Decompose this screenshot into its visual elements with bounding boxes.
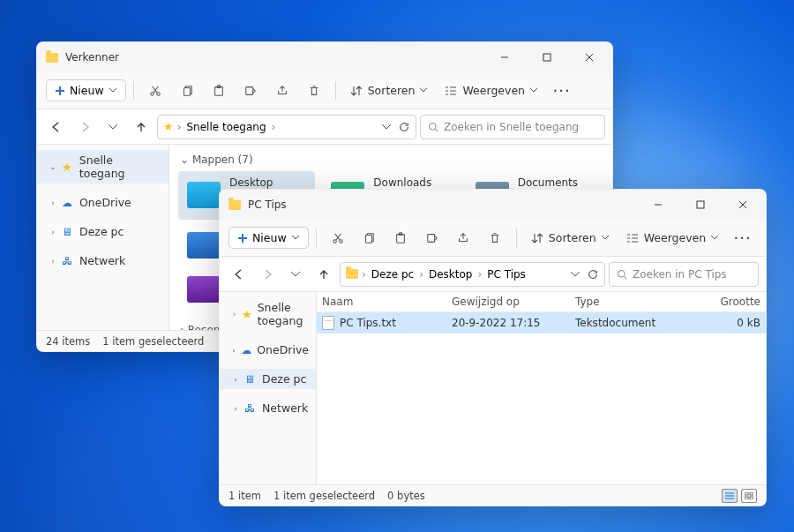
toolbar: Nieuw Sorteren Weergeven ··· [220, 220, 766, 257]
maximize-button[interactable] [683, 192, 718, 217]
back-button[interactable] [44, 115, 69, 139]
cut-button[interactable] [324, 225, 352, 251]
sidebar-item-snelle-toegang[interactable]: › ★ Snelle toegang [220, 297, 316, 331]
col-name[interactable]: Naam [322, 296, 452, 308]
sidebar-item-netwerk[interactable]: › 🖧 Netwerk [220, 398, 316, 418]
more-button[interactable]: ··· [729, 225, 757, 251]
svg-point-4 [150, 92, 154, 95]
sidebar-item-onedrive[interactable]: › ☁ OneDrive [220, 340, 316, 360]
text-file-icon [322, 316, 334, 330]
crumb-desktop[interactable]: Desktop [427, 268, 475, 281]
column-headers[interactable]: Naam Gewijzigd op Type Grootte [317, 292, 766, 312]
view-button[interactable]: Weergeven [619, 231, 726, 244]
folders-header[interactable]: ⌄ Mappen (7) [178, 150, 603, 171]
paste-button[interactable] [386, 225, 415, 251]
sidebar-item-netwerk[interactable]: › 🖧 Netwerk [37, 251, 169, 271]
crumb-deze-pc[interactable]: Deze pc [370, 268, 416, 281]
chevron-right-icon: › [232, 404, 239, 413]
status-items: 1 item [228, 490, 261, 502]
svg-rect-24 [745, 497, 748, 499]
copy-button[interactable] [355, 225, 383, 251]
svg-point-15 [333, 239, 336, 243]
table-row[interactable]: PC Tips.txt 20-9-2022 17:15 Tekstdocumen… [317, 312, 766, 333]
separator [133, 81, 134, 101]
new-button[interactable]: Nieuw [46, 79, 126, 101]
search-placeholder: Zoeken in Snelle toegang [444, 121, 579, 133]
sidebar-item-snelle-toegang[interactable]: ⌄ ★ Snelle toegang [37, 150, 169, 184]
share-button[interactable] [268, 78, 296, 104]
tile-name: Downloads [373, 176, 431, 189]
details-view-icon[interactable] [722, 489, 738, 503]
view-button[interactable]: Weergeven [438, 84, 544, 97]
close-button[interactable] [725, 192, 760, 217]
search-icon [617, 269, 627, 280]
chevron-right-icon: › [272, 121, 276, 133]
cut-button[interactable] [141, 78, 169, 104]
sidebar-item-deze-pc[interactable]: › 🖥 Deze pc [37, 221, 169, 242]
folder-icon [346, 269, 358, 279]
maximize-button[interactable] [529, 45, 565, 70]
sort-button[interactable]: Sorteren [524, 231, 616, 244]
new-button[interactable]: Nieuw [228, 227, 309, 249]
star-icon: ★ [242, 308, 252, 320]
svg-rect-9 [245, 86, 252, 94]
share-button[interactable] [449, 225, 477, 251]
refresh-icon[interactable] [587, 268, 599, 281]
paste-button[interactable] [205, 78, 233, 104]
search-input[interactable]: Zoeken in PC Tips [609, 262, 759, 287]
star-icon: ★ [163, 120, 174, 133]
svg-rect-1 [543, 54, 551, 61]
forward-button[interactable] [255, 262, 280, 287]
titlebar[interactable]: Verkenner [37, 42, 612, 72]
more-button[interactable]: ··· [548, 78, 576, 104]
view-toggle[interactable] [722, 489, 757, 503]
sidebar-item-label: OneDrive [79, 196, 131, 209]
up-button[interactable] [311, 262, 336, 287]
refresh-icon[interactable] [398, 121, 410, 133]
forward-button[interactable] [72, 115, 97, 139]
search-placeholder: Zoeken in PC Tips [633, 268, 727, 281]
rename-button[interactable] [236, 78, 265, 104]
chevron-down-icon [109, 88, 116, 93]
breadcrumb[interactable]: ★ › Snelle toegang › [157, 115, 416, 139]
minimize-button[interactable] [487, 45, 522, 70]
crumb-pc-tips[interactable]: PC Tips [485, 268, 528, 281]
cloud-icon: ☁ [241, 344, 251, 356]
up-button[interactable] [129, 115, 154, 139]
chevron-right-icon: › [419, 268, 423, 281]
folder-icon [187, 182, 221, 208]
icons-view-icon[interactable] [741, 489, 757, 503]
svg-point-5 [156, 92, 160, 95]
titlebar[interactable]: PC Tips [220, 190, 766, 220]
folder-icon [228, 200, 241, 210]
new-label: Nieuw [70, 84, 104, 97]
view-label: Weergeven [644, 231, 707, 244]
crumb-snelle-toegang[interactable]: Snelle toegang [184, 121, 267, 133]
close-button[interactable] [572, 45, 607, 70]
sort-button[interactable]: Sorteren [343, 84, 435, 97]
col-modified[interactable]: Gewijzigd op [452, 296, 575, 308]
sidebar-item-onedrive[interactable]: › ☁ OneDrive [37, 192, 169, 213]
col-size[interactable]: Grootte [690, 296, 760, 308]
chevron-right-icon: › [49, 257, 56, 266]
sidebar-item-deze-pc[interactable]: › 🖥 Deze pc [220, 369, 316, 389]
separator [316, 229, 317, 248]
recent-button[interactable] [101, 115, 125, 139]
chevron-down-icon[interactable] [571, 272, 580, 277]
search-icon [428, 122, 438, 132]
col-type[interactable]: Type [575, 296, 690, 308]
svg-rect-6 [184, 87, 190, 95]
breadcrumb[interactable]: › Deze pc › Desktop › PC Tips [340, 262, 605, 287]
chevron-down-icon[interactable] [382, 124, 391, 130]
chevron-right-icon: › [177, 121, 182, 133]
copy-button[interactable] [173, 78, 201, 104]
search-input[interactable]: Zoeken in Snelle toegang [420, 115, 605, 139]
recent-button[interactable] [283, 262, 308, 287]
nav-row: › Deze pc › Desktop › PC Tips Zoeken in … [220, 257, 766, 292]
delete-button[interactable] [481, 225, 509, 251]
delete-button[interactable] [300, 78, 328, 104]
minimize-button[interactable] [640, 192, 676, 217]
rename-button[interactable] [418, 225, 446, 251]
chevron-right-icon: › [232, 310, 236, 318]
back-button[interactable] [227, 262, 251, 287]
